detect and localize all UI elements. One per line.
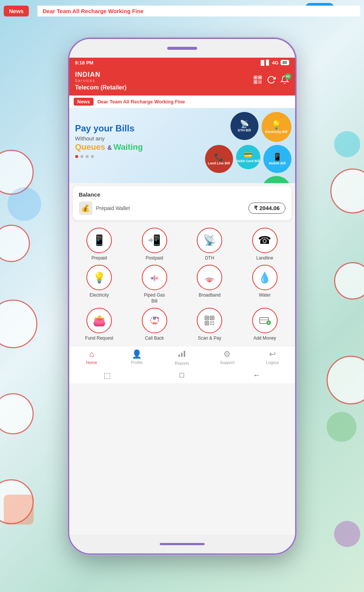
brand-name: INDIAN xyxy=(75,71,127,79)
svg-rect-6 xyxy=(259,81,260,82)
landline-icon: ☎ xyxy=(252,228,278,253)
bg-decor-circle-r2 xyxy=(334,262,364,300)
prepaid-icon: 📱 xyxy=(86,228,112,253)
notification-button[interactable]: 50 xyxy=(280,75,289,86)
bg-icon-purple xyxy=(334,521,360,547)
wallet-label: Prepaid Wallet xyxy=(96,205,130,211)
qr-code-button[interactable] xyxy=(253,75,262,86)
android-home-btn[interactable]: □ xyxy=(180,371,184,380)
nav-logout[interactable]: ↩ Logout xyxy=(261,349,284,365)
bg-icon-orange xyxy=(4,495,34,525)
svg-rect-8 xyxy=(259,82,260,84)
bg-decor-circle-5 xyxy=(0,479,34,524)
news-bar: News Dear Team All Recharge Working Fine xyxy=(69,95,295,108)
nav-home[interactable]: ⌂ Home xyxy=(80,349,103,365)
support-icon: ⚙ xyxy=(223,349,231,359)
bg-news-text: Dear Team All Recharge Working Fine xyxy=(37,6,360,16)
service-electricity[interactable]: 💡 Electricity xyxy=(74,265,125,304)
without-any-text: Without any xyxy=(75,135,289,142)
svg-rect-5 xyxy=(255,81,256,83)
postpaid-icon: 📲 xyxy=(142,228,167,253)
nav-reports[interactable]: Reports xyxy=(171,349,193,365)
service-landline[interactable]: ☎ Landline xyxy=(239,228,291,261)
svg-text:+: + xyxy=(267,321,270,325)
service-water[interactable]: 💧 Water xyxy=(239,265,291,304)
app-header: INDIAN Services Telecom (Retailer) xyxy=(69,68,295,95)
pay-bills-title: Pay your Bills xyxy=(75,123,289,134)
dot-4 xyxy=(91,155,94,158)
bg-blue-circle xyxy=(7,187,41,221)
queues-text: Queues xyxy=(75,142,105,152)
phone-top-bar xyxy=(69,39,295,58)
android-nav: ⬚ □ ← xyxy=(69,367,295,383)
water-icon: 💧 xyxy=(252,265,278,290)
gas-bill-circle[interactable]: 🔥 Gas Bill xyxy=(261,176,291,183)
dth-icon: 📡 xyxy=(197,228,222,253)
notification-count: 50 xyxy=(285,73,291,80)
svg-rect-12 xyxy=(154,275,155,281)
side-power-button xyxy=(295,114,296,136)
service-call-back[interactable]: Call Back xyxy=(129,308,180,341)
android-recent-btn[interactable]: ⬚ xyxy=(104,371,111,380)
bg-blue-button: Follow xyxy=(305,3,334,12)
service-fund-request[interactable]: 👛 Fund Request xyxy=(74,308,125,341)
service-postpaid[interactable]: 📲 Postpaid xyxy=(129,228,180,261)
svg-rect-34 xyxy=(184,351,185,357)
svg-rect-21 xyxy=(211,317,213,319)
nav-profile[interactable]: 👤 Profile xyxy=(126,349,148,365)
wallet-amount: ₹ 2044.06 xyxy=(248,203,285,214)
service-add-money[interactable]: + Add Money xyxy=(239,308,291,341)
network-type: 4G xyxy=(272,60,278,66)
dot-3 xyxy=(86,155,89,158)
battery-indicator: 80 xyxy=(281,60,289,65)
status-time: 9:18 PM xyxy=(75,60,94,66)
service-broadband[interactable]: Broadband xyxy=(184,265,236,304)
balance-title: Balance xyxy=(79,191,285,198)
brand-area: INDIAN Services Telecom (Retailer) xyxy=(75,71,127,91)
news-text: Dear Team All Recharge Working Fine xyxy=(97,99,185,104)
refresh-button[interactable] xyxy=(267,75,276,86)
service-piped-gas[interactable]: Piped GasBill xyxy=(129,265,180,304)
bg-decor-circle-2 xyxy=(0,225,30,262)
svg-rect-25 xyxy=(212,321,214,323)
svg-point-14 xyxy=(209,281,210,282)
svg-point-11 xyxy=(151,277,153,279)
home-indicator xyxy=(160,543,205,545)
banner: 📡 DTH Bill 💡 Electricity Bill 📞 Land Lin… xyxy=(69,108,295,183)
balance-row: 💰 Prepaid Wallet ₹ 2044.06 xyxy=(79,201,285,215)
logout-label: Logout xyxy=(266,360,279,365)
electricity-icon: 💡 xyxy=(86,265,112,290)
bg-cyan-circle xyxy=(334,131,360,157)
bg-decor-circle-1 xyxy=(0,150,34,195)
signal-icon: ▐▌▊ xyxy=(259,60,269,66)
fund-request-icon: 👛 xyxy=(86,308,112,333)
dth-label: DTH xyxy=(205,255,214,261)
home-label: Home xyxy=(86,360,97,365)
bg-news-label: News xyxy=(4,6,29,16)
call-back-icon xyxy=(142,308,167,333)
service-scan-pay[interactable]: Scan & Pay xyxy=(184,308,236,341)
reports-label: Reports xyxy=(175,361,189,365)
svg-rect-29 xyxy=(260,319,269,321)
svg-rect-26 xyxy=(210,324,212,325)
service-prepaid[interactable]: 📱 Prepaid xyxy=(74,228,125,261)
svg-rect-19 xyxy=(206,317,208,319)
prepaid-label: Prepaid xyxy=(92,255,107,261)
call-back-label: Call Back xyxy=(145,336,164,341)
nav-support[interactable]: ⚙ Support xyxy=(216,349,238,365)
phone-frame: 9:18 PM ▐▌▊ 4G 80 INDIAN Services Teleco… xyxy=(68,38,296,555)
queues-waiting-text: Queues & Waiting xyxy=(75,142,289,152)
svg-point-13 xyxy=(156,277,157,279)
waiting-text: Waiting xyxy=(113,142,143,152)
dot-2 xyxy=(80,155,83,158)
wallet-icon: 💰 xyxy=(79,201,92,215)
android-back-btn[interactable]: ← xyxy=(253,371,260,380)
dot-1 xyxy=(75,155,78,158)
service-dth[interactable]: 📡 DTH xyxy=(184,228,236,261)
bottom-nav: ⌂ Home 👤 Profile Reports ⚙ xyxy=(69,346,295,367)
bg-green-circle xyxy=(327,412,357,442)
broadband-icon xyxy=(197,265,222,290)
scan-pay-label: Scan & Pay xyxy=(198,336,221,341)
fund-request-label: Fund Request xyxy=(85,336,113,341)
phone-bottom-bar xyxy=(69,535,295,553)
